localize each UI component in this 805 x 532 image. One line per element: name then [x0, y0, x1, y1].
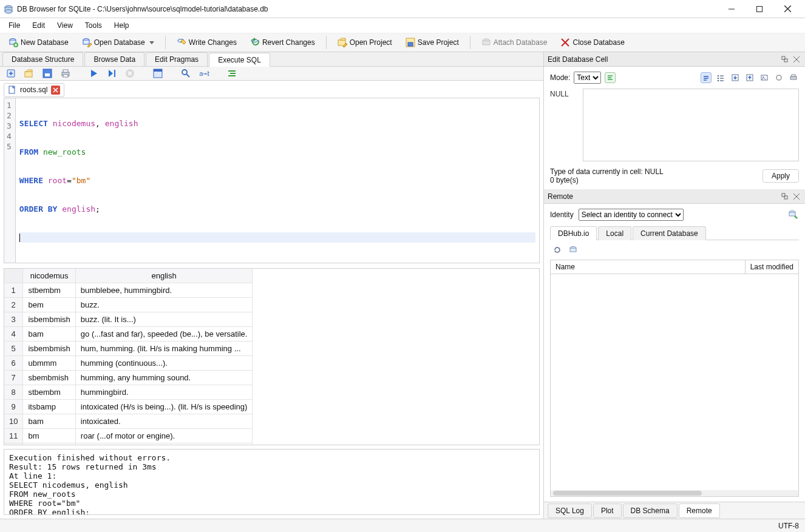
cell-english[interactable]: humming, any humming sound. [75, 370, 253, 385]
remote-tab-current[interactable]: Current Database [633, 226, 706, 240]
find-icon[interactable] [180, 67, 192, 79]
menu-tools[interactable]: Tools [79, 20, 108, 31]
cell-english[interactable]: hum, humming. (lit. H/s is making hummin… [75, 341, 253, 355]
cell-english[interactable]: intoxicated (H/s is being...). (lit. H/s… [75, 399, 253, 414]
menu-help[interactable]: Help [108, 20, 135, 31]
revert-changes-button[interactable]: Revert Changes [245, 35, 320, 50]
execution-log[interactable]: Execution finished without errors. Resul… [4, 449, 540, 515]
cell-nicodemus[interactable]: bam [23, 414, 75, 428]
remote-col-name[interactable]: Name [551, 260, 746, 274]
indent-icon[interactable] [226, 67, 238, 79]
table-row[interactable]: 6ubmmmhumming (continuous...). [4, 355, 253, 370]
maximize-button[interactable] [746, 0, 773, 18]
cell-nicodemus[interactable]: itsbamp [23, 399, 75, 414]
open-project-button[interactable]: Open Project [333, 35, 397, 50]
cell-english[interactable]: roar (...of motor or engine). [75, 428, 253, 443]
save-sql-file-icon[interactable] [41, 67, 53, 79]
results-table-wrap[interactable]: nicodemus english 1stbembmbumblebee, hum… [4, 268, 540, 445]
open-database-button[interactable]: Open Database [77, 35, 159, 50]
minimize-button[interactable] [718, 0, 746, 18]
bottom-tab-remote[interactable]: Remote [679, 503, 720, 518]
remote-hscrollbar[interactable] [551, 490, 798, 496]
table-row[interactable]: 2bembuzz. [4, 297, 253, 312]
chevron-down-icon[interactable] [149, 41, 154, 44]
new-database-button[interactable]: New Database [4, 35, 73, 50]
cell-text-editor[interactable] [583, 89, 799, 161]
table-row[interactable]: 7sbembmishhumming, any humming sound. [4, 370, 253, 385]
list-mode-icon[interactable] [715, 72, 726, 83]
cell-english[interactable]: bumblebee, hummingbird. [75, 283, 253, 297]
remote-tab-local[interactable]: Local [598, 226, 631, 240]
table-row[interactable]: 10bamintoxicated. [4, 414, 253, 428]
tab-execute-sql[interactable]: Execute SQL [209, 53, 270, 67]
print-icon[interactable] [59, 67, 72, 79]
cell-english[interactable]: speeded (He...), tipsy (He became...). [75, 443, 253, 445]
close-button[interactable] [773, 0, 801, 18]
tab-database-structure[interactable]: Database Structure [2, 52, 83, 66]
cell-nicodemus[interactable]: bam [23, 326, 75, 341]
cell-english[interactable]: intoxicated. [75, 414, 253, 428]
export-image-icon[interactable] [759, 72, 770, 83]
text-mode-icon[interactable] [701, 72, 712, 83]
menu-view[interactable]: View [51, 20, 79, 31]
cell-english[interactable]: buzz. (lit. It is...) [75, 312, 253, 326]
table-row[interactable]: 3isbembmishbuzz. (lit. It is...) [4, 312, 253, 326]
export-icon[interactable] [744, 72, 755, 83]
cell-nicodemus[interactable]: bem [23, 297, 75, 312]
import-icon[interactable] [730, 72, 741, 83]
table-row[interactable]: 9itsbampintoxicated (H/s is being...). (… [4, 399, 253, 414]
remote-refresh-icon[interactable] [552, 245, 562, 255]
menu-file[interactable]: File [2, 20, 26, 31]
wrap-icon[interactable] [605, 72, 616, 83]
remote-db-icon[interactable] [568, 245, 578, 255]
cell-nicodemus[interactable]: isbembmish [23, 312, 75, 326]
table-row[interactable]: 4bamgo (...fast and far), speeded (be...… [4, 326, 253, 341]
run-line-icon[interactable] [106, 67, 118, 79]
tab-edit-pragmas[interactable]: Edit Pragmas [146, 52, 208, 66]
bottom-tab-plot[interactable]: Plot [593, 503, 622, 518]
table-row[interactable]: 11bmroar (...of motor or engine). [4, 428, 253, 443]
cell-english[interactable]: humming (continuous...). [75, 355, 253, 370]
results-header-english[interactable]: english [75, 269, 253, 283]
save-results-icon[interactable] [152, 67, 164, 79]
bottom-tab-db-schema[interactable]: DB Schema [623, 503, 678, 518]
save-project-button[interactable]: Save Project [401, 35, 464, 50]
attach-database-button[interactable]: Attach Database [477, 35, 552, 50]
table-row[interactable]: 12bampspeeded (He...), tipsy (He became.… [4, 443, 253, 445]
cell-nicodemus[interactable]: bamp [23, 443, 75, 445]
cell-nicodemus[interactable]: stbembm [23, 385, 75, 399]
menu-edit[interactable]: Edit [26, 20, 51, 31]
sql-editor[interactable]: 1 2 3 4 5 SELECT nicodemus, english FROM… [4, 98, 540, 263]
bottom-tab-sql-log[interactable]: SQL Log [548, 503, 592, 518]
table-row[interactable]: 5isbembmishhum, humming. (lit. H/s is ma… [4, 341, 253, 355]
panel-close-icon[interactable] [792, 55, 801, 64]
remote-col-modified[interactable]: Last modified [746, 260, 798, 274]
cell-english[interactable]: go (...fast and far), speeded (be...), b… [75, 326, 253, 341]
table-row[interactable]: 8stbembmhummingbird. [4, 385, 253, 399]
find-replace-icon[interactable]: a→b [198, 67, 210, 79]
print-cell-icon[interactable] [788, 72, 799, 83]
encoding-indicator[interactable]: UTF-8 [778, 522, 799, 530]
null-icon[interactable] [773, 72, 784, 83]
remote-list[interactable]: Name Last modified [550, 260, 799, 497]
remote-connect-icon[interactable] [788, 209, 799, 220]
stop-icon[interactable] [124, 67, 136, 79]
close-file-tab-button[interactable] [51, 86, 60, 95]
cell-nicodemus[interactable]: ubmmm [23, 355, 75, 370]
tab-browse-data[interactable]: Browse Data [84, 52, 144, 66]
panel-undock-icon[interactable] [780, 55, 789, 64]
cell-english[interactable]: buzz. [75, 297, 253, 312]
results-header-nicodemus[interactable]: nicodemus [23, 269, 75, 283]
cell-english[interactable]: hummingbird. [75, 385, 253, 399]
panel-undock-icon[interactable] [780, 192, 789, 201]
open-sql-file-icon[interactable] [23, 67, 35, 79]
apply-button[interactable]: Apply [763, 169, 799, 183]
table-row[interactable]: 1stbembmbumblebee, hummingbird. [4, 283, 253, 297]
remote-tab-dbhub[interactable]: DBHub.io [550, 226, 597, 240]
close-database-button[interactable]: Close Database [555, 35, 629, 50]
cell-nicodemus[interactable]: stbembm [23, 283, 75, 297]
file-tab-roots[interactable]: roots.sql [4, 83, 64, 97]
identity-select[interactable]: Select an identity to connect [579, 209, 684, 221]
cell-nicodemus[interactable]: isbembmish [23, 341, 75, 355]
mode-select[interactable]: Text [574, 72, 601, 84]
